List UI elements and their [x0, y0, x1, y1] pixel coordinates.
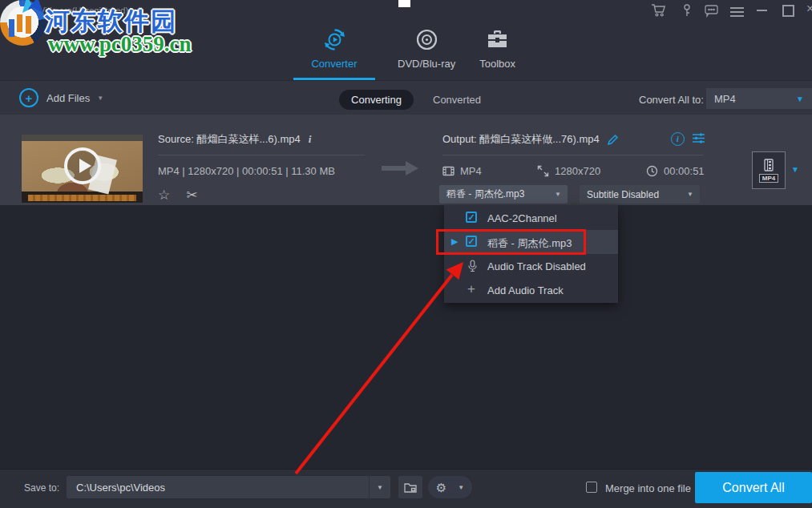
chevron-down-icon: ▼	[458, 484, 464, 491]
add-files-label: Add Files	[46, 92, 90, 104]
convert-all-to-label: Convert All to:	[639, 94, 704, 106]
chevron-down-icon: ▼	[555, 191, 561, 198]
checkbox-checked-icon[interactable]: ✓	[466, 212, 477, 223]
output-format-value: MP4	[460, 165, 482, 177]
film-icon	[762, 159, 775, 171]
audio-menu-item-daoxiang[interactable]: ▶ ✓ 稻香 - 周杰伦.mp3	[444, 230, 618, 254]
resolution-icon	[537, 165, 549, 177]
window-title: Vidmore(Unregistered)	[39, 6, 128, 15]
source-meta: MP4 | 1280x720 | 00:00:51 | 11.30 MB	[158, 165, 335, 177]
divider	[369, 476, 370, 498]
film-icon	[442, 165, 454, 177]
convert-all-format-select[interactable]: MP4 ▼	[706, 88, 812, 109]
add-circle-icon: +	[19, 88, 38, 107]
disc-icon	[414, 27, 439, 52]
output-resolution-value: 1280x720	[555, 165, 600, 177]
playing-indicator-icon: ▶	[451, 237, 458, 246]
tab-converter[interactable]: Converter	[293, 27, 375, 80]
minimize-button[interactable]	[757, 10, 767, 11]
chevron-down-icon: ▼	[687, 191, 693, 198]
tab-dvd-bluray[interactable]: DVD/Blu-ray	[396, 27, 457, 78]
edit-name-icon[interactable]	[607, 134, 619, 146]
audio-menu-item-aac[interactable]: ✓ AAC-2Channel	[444, 206, 618, 230]
flow-arrow-icon	[382, 159, 418, 180]
toolbar: + Add Files ▼ Converting Converted Conve…	[0, 80, 812, 115]
save-to-label: Save to:	[24, 482, 59, 494]
folder-icon	[404, 482, 417, 493]
subtitle-select[interactable]: Subtitle Disabled ▼	[580, 185, 700, 204]
vidmore-window: Vidmore(Unregistered) 河东软件园 www.pc0359.c…	[0, 0, 812, 508]
tab-toolbox[interactable]: Toolbox	[478, 27, 517, 78]
audio-menu-item-add[interactable]: + Add Audio Track	[444, 278, 618, 302]
watermark-site-url: www.pc0359.cn	[48, 32, 192, 57]
chevron-down-icon: ▼	[796, 95, 804, 103]
cut-scissors-icon[interactable]: ✂	[186, 187, 197, 204]
save-path-dropdown-icon[interactable]: ▼	[377, 484, 383, 491]
gear-icon: ⚙	[436, 482, 446, 494]
tab-bar: Converter DVD/Blu-ray	[293, 27, 517, 80]
header: Vidmore(Unregistered) 河东软件园 www.pc0359.c…	[0, 0, 812, 80]
merge-checkbox[interactable]	[586, 482, 597, 493]
clock-icon	[646, 165, 658, 177]
file-row: Source: 醋熘白菜这样...6).mp4 i MP4 | 1280x720…	[0, 115, 812, 205]
audio-track-value: 稻香 - 周杰伦.mp3	[446, 187, 547, 201]
video-thumbnail[interactable]	[22, 135, 143, 203]
subtitle-value: Subtitle Disabled	[587, 189, 680, 200]
play-button-icon[interactable]	[64, 147, 101, 184]
source-info-icon[interactable]: i	[309, 133, 312, 146]
screen-artifact	[398, 0, 410, 7]
bottom-bar: Save to: ▼ ⚙ ▼ Merge into one file Conve…	[0, 469, 812, 508]
thumbnail-subtitle-strip	[28, 195, 136, 201]
add-files-caret-icon: ▼	[97, 95, 103, 102]
output-info-icon[interactable]: i	[671, 132, 685, 146]
format-badge-label: MP4	[759, 174, 778, 183]
tab-converter-label: Converter	[311, 58, 357, 70]
tab-converted[interactable]: Converted	[433, 94, 481, 106]
microphone-icon	[467, 260, 479, 272]
close-button[interactable]: ×	[806, 2, 812, 16]
source-label: Source: 醋熘白菜这样...6).mp4	[158, 132, 301, 147]
key-icon[interactable]	[679, 3, 695, 18]
effect-star-icon[interactable]: ☆	[158, 187, 170, 204]
output-divider	[442, 155, 704, 155]
cart-icon[interactable]	[651, 3, 667, 18]
audio-track-select[interactable]: 稻香 - 周杰伦.mp3 ▼	[439, 185, 568, 204]
source-divider	[158, 155, 365, 155]
settings-button[interactable]: ⚙ ▼	[428, 476, 472, 498]
output-duration-value: 00:00:51	[664, 165, 705, 177]
format-dropdown-arrow[interactable]: ▼	[791, 165, 799, 174]
save-path-box: ▼	[67, 476, 390, 498]
browse-folder-button[interactable]	[398, 476, 422, 498]
convert-all-button[interactable]: Convert All	[695, 472, 812, 503]
audio-track-menu: ✓ AAC-2Channel ▶ ✓ 稻香 - 周杰伦.mp3 Audio Tr…	[444, 205, 618, 303]
checkbox-checked-icon[interactable]: ✓	[466, 236, 477, 247]
merge-label: Merge into one file	[605, 482, 691, 494]
output-format-badge[interactable]: MP4	[752, 151, 786, 189]
toolbox-icon	[485, 27, 510, 52]
add-files-button[interactable]: + Add Files ▼	[19, 88, 103, 107]
audio-menu-item-disabled[interactable]: Audio Track Disabled	[444, 254, 618, 278]
tab-dvd-bluray-label: DVD/Blu-ray	[398, 58, 455, 70]
converter-icon	[322, 27, 347, 52]
tab-toolbox-label: Toolbox	[479, 58, 515, 70]
plus-icon: +	[467, 281, 475, 297]
feedback-icon[interactable]	[704, 3, 720, 18]
menu-icon[interactable]	[730, 5, 746, 19]
tab-converting[interactable]: Converting	[339, 90, 414, 110]
adjust-settings-icon[interactable]	[692, 131, 705, 145]
maximize-button[interactable]	[782, 5, 794, 17]
save-path-input[interactable]	[67, 482, 369, 494]
output-label: Output: 醋熘白菜这样做...76).mp4	[442, 132, 600, 147]
convert-all-format-value: MP4	[714, 93, 796, 105]
